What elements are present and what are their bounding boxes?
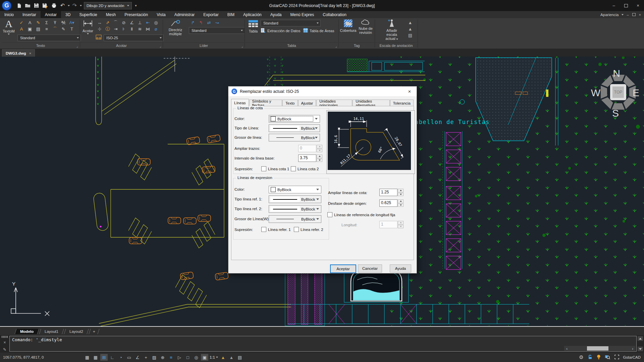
- scroll-down-icon[interactable]: [638, 347, 643, 351]
- update-dim-icon[interactable]: ⌀: [152, 26, 160, 32]
- add-current-scale-button[interactable]: Añadir escala actual: [381, 19, 402, 41]
- text-case-icon[interactable]: T: [68, 26, 76, 32]
- diameter-icon[interactable]: ⊘: [120, 19, 128, 26]
- save-as-button[interactable]: [41, 2, 49, 9]
- baseline-icon[interactable]: ⇤: [144, 19, 152, 26]
- minimize-button[interactable]: –: [608, 0, 620, 11]
- close-button[interactable]: ×: [632, 0, 644, 11]
- extline2-linetype-select[interactable]: ByBlock: [269, 205, 321, 213]
- scroll-up-icon[interactable]: [638, 336, 643, 341]
- table-button[interactable]: Tabla: [247, 19, 260, 33]
- dimline-linetype-select[interactable]: ByBlock: [269, 124, 320, 132]
- textom-button[interactable]: A TextoM: [2, 19, 15, 35]
- annotation-monitor-icon[interactable]: ◎: [193, 354, 200, 361]
- clean-screen-icon[interactable]: ▣: [201, 354, 208, 361]
- menu-tab-ayuda[interactable]: Ayuda: [266, 11, 286, 18]
- ribbon-close-button[interactable]: ×: [639, 13, 641, 17]
- center-mark-icon[interactable]: ◎: [152, 19, 160, 26]
- transparency-icon[interactable]: ≡: [167, 354, 175, 361]
- find-text-icon[interactable]: A: [26, 19, 34, 26]
- ribbon-minimize-button[interactable]: –: [627, 13, 629, 17]
- dialog-tab-ajustar[interactable]: Ajustar: [298, 100, 316, 106]
- text-style-icon[interactable]: A▾: [68, 19, 76, 26]
- delete-scale-icon[interactable]: ▲: [406, 26, 414, 32]
- undo-button-dropdown-icon[interactable]: [68, 5, 70, 6]
- layout-tab-layout2[interactable]: Layout2: [64, 329, 89, 334]
- jogged-icon[interactable]: Ⅱ: [128, 26, 136, 32]
- menu-tab-insertar[interactable]: Insertar: [18, 11, 41, 18]
- unlock-icon[interactable]: [588, 355, 593, 360]
- redo-button-dropdown-icon[interactable]: [80, 5, 82, 6]
- person-small-icon[interactable]: ▲: [406, 19, 414, 26]
- extline-color-select[interactable]: ByBlock: [269, 186, 321, 193]
- aligned-dimension-icon[interactable]: ⇗: [104, 19, 112, 26]
- dialog-launcher-icon[interactable]: ⌟: [160, 45, 161, 48]
- strikethrough-icon[interactable]: Ŧ: [51, 19, 59, 26]
- collect-leaders-icon[interactable]: ↝: [213, 19, 221, 26]
- gstarcad-logo-icon[interactable]: G: [2, 1, 12, 11]
- isolate-objects-icon[interactable]: [605, 355, 610, 360]
- dialog-tab-unidades-principales[interactable]: Unidades principales: [316, 100, 352, 106]
- settings-gear-icon[interactable]: ⚙: [579, 354, 583, 360]
- ayuda-button[interactable]: Ayuda: [390, 264, 411, 273]
- suppress-dimline2-checkbox[interactable]: Línea cota 2: [291, 166, 319, 171]
- dialog-tab-texto[interactable]: Texto: [282, 100, 298, 106]
- save-button[interactable]: [33, 2, 40, 9]
- revision-cloud-button[interactable]: Nube de revisión: [358, 19, 373, 35]
- ordinate-icon[interactable]: ⊥: [136, 19, 144, 26]
- area-table-button[interactable]: Tabla de Áreas: [303, 28, 334, 34]
- scroll-right-icon[interactable]: ›: [630, 347, 635, 351]
- layout-tab-layout1[interactable]: Layout1: [39, 329, 64, 334]
- menu-tab-collaboration[interactable]: Collaboration: [318, 11, 351, 18]
- redo-button[interactable]: ↷: [71, 2, 78, 9]
- edit-text-icon[interactable]: ✎: [34, 19, 42, 26]
- ortho-mode-icon[interactable]: ∟: [109, 354, 116, 361]
- layer-properties-icon[interactable]: □: [184, 354, 192, 361]
- add-leader-icon[interactable]: ↱: [189, 19, 197, 26]
- dialog-launcher-icon[interactable]: ⌟: [76, 45, 78, 48]
- inspection-icon[interactable]: Ⓘ: [104, 26, 112, 32]
- dialog-tab-s-mbolos-y-flechas[interactable]: Símbolos y flechas: [249, 100, 282, 106]
- remove-leader-icon[interactable]: ↰: [197, 19, 205, 26]
- field-icon[interactable]: Σ: [43, 19, 51, 26]
- horizontal-scrollbar[interactable]: ‹ ›: [564, 346, 635, 351]
- menu-tab-exportar[interactable]: Exportar: [199, 11, 223, 18]
- scrollbar-thumb[interactable]: [587, 346, 608, 351]
- menu-tab-vista[interactable]: Vista: [152, 11, 170, 18]
- dialog-launcher-icon[interactable]: ⌟: [335, 45, 337, 48]
- extend-beyond-spinner[interactable]: 1.25: [379, 189, 404, 196]
- ribbon-restore-button[interactable]: [632, 13, 636, 16]
- suppress-extline1-checkbox[interactable]: Línea refer. 1: [261, 227, 291, 232]
- dialog-tab-unidades-alternativas[interactable]: Unidades alternativas: [353, 100, 389, 106]
- fullscreen-icon[interactable]: [614, 355, 619, 360]
- hatch-display-icon[interactable]: ▨: [151, 354, 158, 361]
- quick-properties-icon[interactable]: ▤: [236, 354, 244, 361]
- scale-text-icon[interactable]: A: [17, 26, 25, 32]
- menu-tab-men-expres[interactable]: Menú Expres: [286, 11, 319, 18]
- dynamic-input-icon[interactable]: ▭: [125, 354, 133, 361]
- multileader-style-select[interactable]: Standard: [189, 27, 245, 34]
- object-snap-icon[interactable]: +: [142, 354, 150, 361]
- menu-tab-inicio[interactable]: Inicio: [0, 11, 18, 18]
- table-style-select[interactable]: Standard: [261, 20, 321, 26]
- angle-override-icon[interactable]: ∠: [134, 354, 141, 361]
- command-scrollbar[interactable]: [638, 336, 643, 351]
- hardware-acceleration-icon[interactable]: [597, 354, 601, 360]
- wipeout-button[interactable]: Cobertura: [340, 19, 356, 33]
- suppress-dimline1-checkbox[interactable]: Línea cota 1: [261, 166, 289, 171]
- apariencia-menu[interactable]: Apariencia: [600, 13, 619, 17]
- dimline-lineweight-select[interactable]: ByBlock: [269, 134, 320, 141]
- text-frame-icon[interactable]: ▣: [26, 26, 34, 32]
- document-tab-close-icon[interactable]: ×: [29, 51, 32, 55]
- cancelar-button[interactable]: Cancelar: [358, 264, 382, 273]
- dimline-color-select[interactable]: ByBlock: [269, 115, 320, 123]
- extline1-linetype-select[interactable]: ByBlock: [269, 195, 321, 203]
- fixed-length-checkbox[interactable]: Líneas de referencia de longitud fija: [327, 212, 395, 217]
- quick-dim-icon[interactable]: ⊹: [96, 26, 104, 32]
- convert-text-icon[interactable]: ✎: [59, 26, 67, 32]
- offset-from-origin-spinner[interactable]: 0.625: [379, 199, 404, 207]
- numbering-icon[interactable]: ≡: [43, 26, 51, 32]
- autoscale-icon[interactable]: ▲: [228, 354, 235, 361]
- dialog-close-button[interactable]: ×: [402, 86, 417, 96]
- align-leaders-icon[interactable]: ⇄: [205, 19, 213, 26]
